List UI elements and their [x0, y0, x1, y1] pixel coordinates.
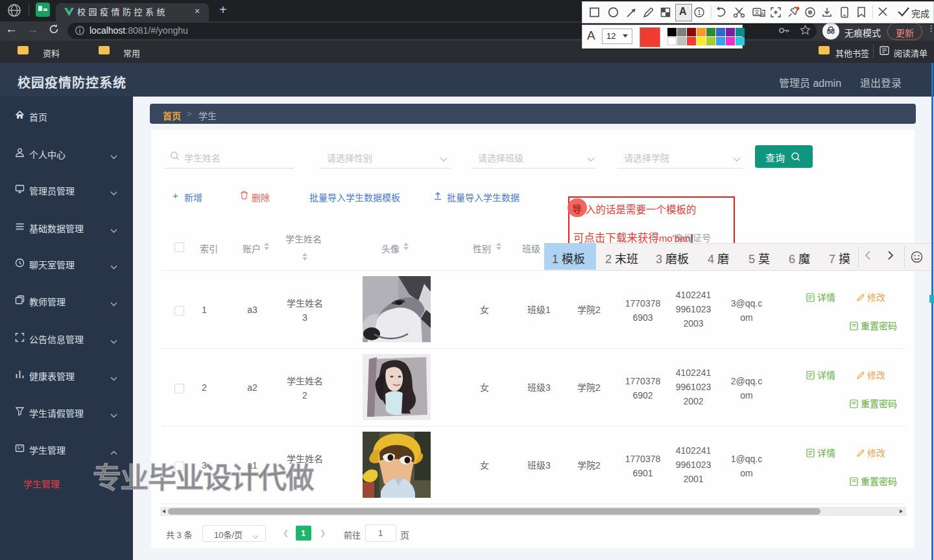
svg-text:A: A	[761, 12, 764, 16]
svg-text:1: 1	[697, 9, 701, 16]
svg-text:文: 文	[754, 9, 760, 16]
